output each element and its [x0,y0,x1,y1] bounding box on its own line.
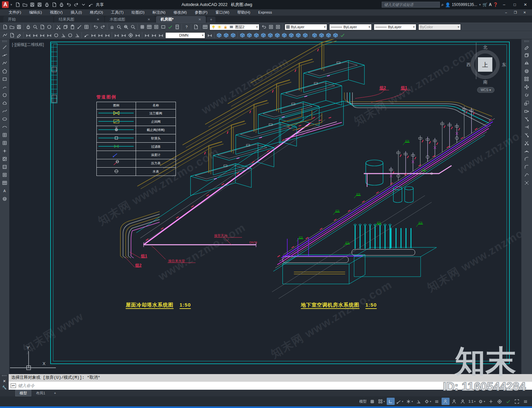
layer-isolate-icon[interactable] [267,24,274,30]
viewcube-south[interactable]: 南 [483,79,487,85]
match-properties-icon[interactable] [76,24,83,30]
insert-block-icon[interactable] [1,131,9,139]
account-dropdown-icon[interactable]: ▼ [478,3,481,6]
move-icon[interactable] [523,83,531,91]
command-close-icon[interactable]: ✕ [3,379,6,383]
arc-icon[interactable] [1,83,9,91]
dim-edit-icon[interactable] [143,32,150,39]
line-icon[interactable] [1,43,9,51]
layout-tab-布局1[interactable]: 布局1 [32,390,49,396]
break-at-point-icon[interactable] [523,131,531,139]
ellipse-arc-icon[interactable] [1,123,9,131]
search-icon[interactable]: ⌕ [441,2,444,7]
face-extrude-icon[interactable] [239,32,246,39]
menu-7[interactable]: 标注(N) [149,9,170,16]
doc-tab-水图成图[interactable]: 水图成图✕ [105,16,155,23]
block-editor-icon[interactable] [83,24,90,30]
object-snap-tracking-toggle[interactable] [415,398,423,405]
menu-10[interactable]: 窗口(W) [211,9,233,16]
layer-previous-icon[interactable] [260,24,267,30]
menu-5[interactable]: 工具(T) [107,9,128,16]
share-send-icon[interactable] [87,1,94,8]
color-combo[interactable]: ByLayer▾ [285,24,327,30]
tab-close-icon[interactable]: ✕ [199,18,201,21]
face-move-icon[interactable] [246,32,253,39]
zoom-realtime-icon[interactable] [115,24,122,30]
eraser-icon[interactable] [15,32,22,39]
blend-curves-icon[interactable] [523,171,531,179]
dim-angular-icon[interactable] [73,32,80,39]
viewcube[interactable]: 北 西 东 南 上 WCS ▾ [470,45,502,94]
redo-icon[interactable] [99,24,106,30]
dim-arc-length-icon[interactable] [39,32,46,39]
minimize-button[interactable]: – [499,1,509,8]
isometric-drafting-toggle[interactable]: ▾ [405,398,414,405]
face-rotate-icon[interactable] [267,32,274,39]
lineweight-combo[interactable]: ByLayer▾ [374,24,416,30]
solid-intersect-icon[interactable] [229,32,236,39]
autodesk-app-icon[interactable]: A [489,2,492,7]
dim-radius-icon[interactable] [53,32,60,39]
face-delete-icon[interactable] [260,32,267,39]
menu-3[interactable]: 插入(I) [66,9,86,16]
menu-1[interactable]: 编辑(E) [25,9,46,16]
drawing-area[interactable]: 组1 组2 接至天沟 DN70 接自来水管 组2 组1 Y X [-][俯视][… [9,39,521,374]
doc-tab-机房图[interactable]: 机房图*✕ [156,16,206,23]
menu-4[interactable]: 格式(O) [86,9,107,16]
imprint-icon[interactable] [311,32,318,39]
maximize-button[interactable]: □ [510,1,519,8]
explode-icon[interactable] [523,179,531,187]
annotation-visibility-toggle[interactable] [450,398,458,405]
hatch-icon[interactable] [1,155,9,163]
toolbar-grip[interactable] [2,41,7,42]
tool-palettes-icon[interactable] [160,24,167,30]
redo-icon[interactable] [72,1,80,8]
layer-combo[interactable]: 图层2▾ [209,24,259,30]
solid-union-icon[interactable] [215,32,222,39]
search-input[interactable]: 键入关键字或短语 [382,2,440,8]
plotstyle-combo[interactable]: ByColor▾ [418,24,461,30]
cart-icon[interactable]: 🛒 [482,2,487,7]
break-icon[interactable] [523,139,531,147]
trim-icon[interactable] [523,115,531,123]
customization-gear-toggle[interactable]: ▾ [477,398,486,405]
transfer-icon[interactable] [51,1,58,8]
face-copy-icon[interactable] [281,32,288,39]
dim-inspect-icon[interactable] [134,32,141,39]
dynamic-input-toggle[interactable] [442,398,450,405]
table-icon[interactable] [1,179,9,187]
add-layout-button[interactable]: + [50,390,60,396]
annotation-scale-button[interactable]: 1:1▾ [467,398,476,405]
doc-close-button[interactable]: ✕ [520,10,529,15]
plot-icon[interactable] [43,1,51,8]
polygon-icon[interactable] [1,67,9,75]
create-block-icon[interactable] [1,139,9,147]
erase-icon[interactable] [523,43,531,51]
dim-jogged-icon[interactable] [60,32,66,39]
account-name[interactable]: 1505999135... [452,2,477,7]
help-icon[interactable]: ? [183,24,190,30]
autocad-logo-icon[interactable]: A [2,1,9,8]
rotate-icon[interactable] [523,91,531,99]
zoom-window-icon[interactable] [122,24,129,30]
dim-center-mark-icon[interactable] [127,32,134,39]
edit-polyline-icon[interactable] [1,32,8,39]
open-file-icon[interactable] [21,1,29,8]
command-prompt-icon[interactable]: ▸▾ [11,383,16,388]
new-file-icon[interactable] [1,24,8,30]
menu-8[interactable]: 修改(M) [169,9,191,16]
menu-12[interactable]: Express [254,9,276,16]
menu-toggle[interactable] [521,398,529,405]
join-icon[interactable] [523,147,531,155]
polar-tracking-toggle[interactable]: ▾ [395,398,404,405]
shell-icon[interactable] [332,32,339,39]
save-icon[interactable] [29,1,36,8]
dim-tolerance-icon[interactable] [120,32,127,39]
polyline-icon[interactable] [1,59,9,67]
circle-icon[interactable] [1,91,9,99]
customize-dropdown-icon[interactable] [80,1,87,8]
toolbar-grip[interactable] [524,41,529,42]
sheet-set-icon[interactable] [146,24,153,30]
plot-icon[interactable] [25,24,32,30]
viewcube-top-face[interactable]: 上 [478,57,492,72]
